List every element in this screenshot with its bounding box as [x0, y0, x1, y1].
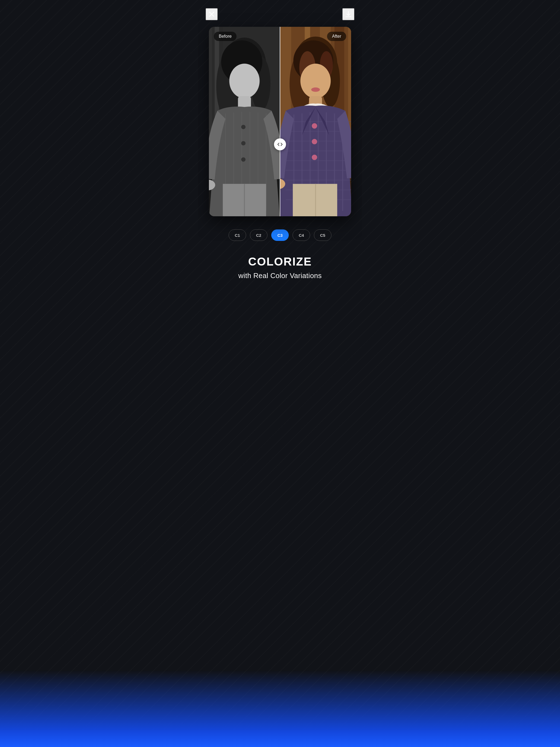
svg-point-15	[229, 64, 260, 98]
comparison-divider	[280, 27, 280, 216]
header-row	[203, 8, 357, 20]
promo-section: COLORIZE with Real Color Variations	[233, 255, 327, 280]
comparison-container[interactable]: Before After	[209, 27, 351, 216]
svg-point-47	[312, 123, 317, 129]
comparison-slider-handle[interactable]	[274, 138, 286, 150]
promo-title: COLORIZE	[238, 255, 322, 268]
svg-point-19	[241, 157, 246, 162]
svg-point-45	[311, 87, 320, 92]
variation-c5-button[interactable]: C5	[314, 229, 331, 241]
before-label: Before	[214, 32, 236, 41]
svg-rect-51	[293, 184, 337, 216]
before-image	[209, 27, 280, 216]
svg-point-48	[312, 139, 317, 145]
promo-subtitle: with Real Color Variations	[238, 272, 322, 280]
variation-c2-button[interactable]: C2	[250, 229, 268, 241]
svg-point-49	[312, 155, 317, 160]
variation-c1-button[interactable]: C1	[229, 229, 246, 241]
download-button[interactable]	[342, 8, 354, 20]
color-variations: C1 C2 C3 C4 C5	[229, 229, 331, 241]
svg-point-44	[301, 64, 331, 98]
svg-point-18	[241, 141, 246, 146]
variation-c3-button[interactable]: C3	[271, 229, 289, 241]
close-button[interactable]	[206, 8, 218, 20]
after-label: After	[327, 32, 346, 41]
variation-c4-button[interactable]: C4	[292, 229, 310, 241]
svg-point-17	[241, 125, 246, 129]
after-image	[280, 27, 351, 216]
